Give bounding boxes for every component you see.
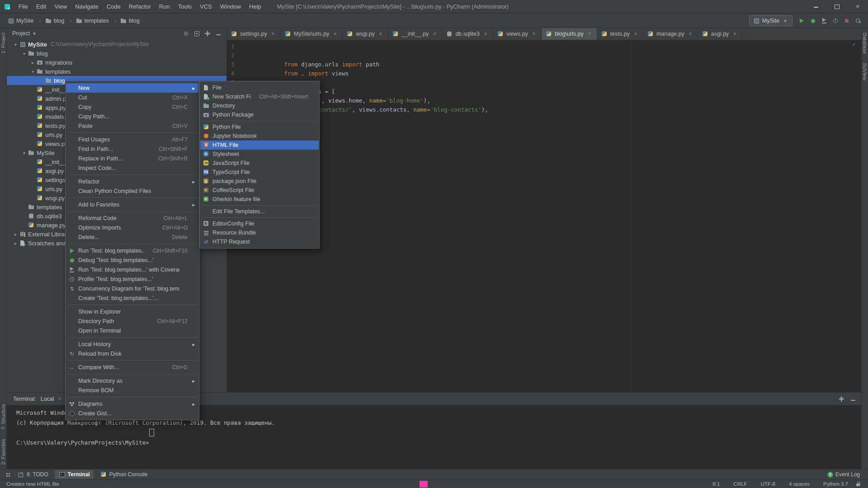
editor-tab[interactable]: manage.py [643,28,698,40]
context-menu-item[interactable]: Paste Ctrl+V [66,121,198,131]
context-menu-item[interactable]: Create 'Test: blog.templates...'... [66,293,198,303]
context-menu-item[interactable]: Replace in Path... Ctrl+Shift+R [66,154,198,163]
locate-file-icon[interactable] [182,30,189,37]
settings-icon[interactable] [204,30,211,37]
submenu-item[interactable]: TypeScript File [200,168,319,177]
context-menu-item[interactable]: Delete... Delete [66,232,198,242]
tool-window-button[interactable]: Terminal [55,470,94,479]
context-menu-item[interactable]: Copy Path... [66,112,198,121]
menu-bar-item[interactable]: Tools [174,0,196,13]
project-panel-title[interactable]: Project [12,30,30,37]
hide-panel-icon[interactable] [215,30,222,37]
close-button[interactable] [847,0,868,13]
stop-icon[interactable] [843,17,850,24]
context-menu-item[interactable]: Mark Directory as [66,376,198,385]
context-menu-item[interactable] [66,242,198,246]
context-menu-item[interactable]: Create Gist... [66,408,198,418]
context-menu-item[interactable] [66,303,198,307]
tree-chevron-icon[interactable] [12,232,19,237]
context-menu-item[interactable] [66,131,198,135]
tree-chevron-icon[interactable] [29,69,36,74]
submenu-item[interactable] [200,204,319,207]
context-menu-item[interactable]: Run 'Test: blog.templates...' Ctrl+Shift… [66,246,198,255]
menu-bar-item[interactable]: File [14,0,32,13]
editor-tab[interactable]: views.py [493,28,542,40]
submenu-item[interactable]: Python Package [200,110,319,119]
tab-close-icon[interactable] [586,30,593,38]
status-widget[interactable]: 4 spaces [789,481,810,487]
context-menu-item[interactable] [66,196,198,200]
context-menu-item[interactable]: Cut Ctrl+X [66,93,198,102]
terminal-tab-local[interactable]: Local [41,395,63,403]
menu-bar-item[interactable]: VCS [196,0,216,13]
run-config-select[interactable]: MySite [749,15,793,26]
search-everywhere-icon[interactable] [854,17,862,24]
context-menu-item[interactable]: Compare With... Ctrl+D [66,362,198,372]
tree-chevron-icon[interactable] [12,241,19,246]
tool-window-stripe-button[interactable]: 2: Favorites [0,439,6,465]
tab-close-icon[interactable] [530,30,538,38]
submenu-item[interactable]: File [200,83,319,92]
context-menu-item[interactable] [66,173,198,177]
maximize-button[interactable] [826,0,847,13]
submenu-item[interactable]: Gherkin feature file [200,195,319,204]
tab-close-icon[interactable] [731,30,738,38]
submenu-item[interactable]: New Scratch File Ctrl+Alt+Shift+Insert [200,92,319,101]
terminal-settings-icon[interactable] [838,395,845,403]
submenu-item[interactable]: Directory [200,101,319,110]
status-widget[interactable]: 8:1 [712,481,720,487]
breadcrumb-item[interactable]: templates [75,17,120,24]
context-menu-item[interactable]: Open in Terminal [66,326,198,335]
breadcrumb-item[interactable]: blog [45,17,75,24]
menu-bar-item[interactable]: Window [216,0,245,13]
tab-close-icon[interactable] [269,30,277,38]
context-menu-item[interactable]: Refactor [66,177,198,186]
menu-bar-item[interactable]: Code [103,0,125,13]
tree-chevron-icon[interactable] [12,42,19,47]
run-icon[interactable] [798,17,805,24]
collapse-all-icon[interactable] [193,30,200,37]
tree-item[interactable]: templates [7,67,226,76]
submenu-item[interactable]: Jupyter Notebook [200,131,319,141]
context-menu-item[interactable]: Remove BOM [66,385,198,395]
context-menu-item[interactable]: Run 'Test: blog.templates...' with Cover… [66,265,198,274]
context-menu-item[interactable] [66,335,198,339]
breadcrumb-item[interactable]: blog [120,17,140,24]
submenu-item[interactable]: CoffeeScript File [200,186,319,195]
breadcrumb-item[interactable]: MySite [7,17,45,24]
menu-bar-item[interactable]: Refactor [125,0,155,13]
context-menu-item[interactable] [66,395,198,399]
tool-window-stripe-button[interactable]: Database [862,33,868,54]
tab-close-icon[interactable] [687,30,694,38]
coverage-icon[interactable] [821,17,828,24]
context-menu-item[interactable]: Find Usages Alt+F7 [66,135,198,144]
submenu-item[interactable]: Stylesheet [200,150,319,159]
context-menu-item[interactable]: Diagrams [66,399,198,408]
editor-tab[interactable]: wsgi.py [343,28,388,40]
tool-window-button[interactable]: Python Console [96,470,151,479]
context-menu-item[interactable]: Local History [66,339,198,349]
editor-tab[interactable]: blog\urls.py [542,28,597,40]
context-menu-item[interactable]: Reformat Code Ctrl+Alt+L [66,213,198,223]
editor-tab[interactable]: settings.py [227,28,281,40]
tree-item[interactable]: blog [7,49,226,58]
tab-close-icon[interactable] [632,30,639,38]
tree-item[interactable]: migrations [7,58,226,67]
status-widget[interactable]: UTF-8 [760,481,775,487]
context-menu-item[interactable]: Clean Python Compiled Files [66,186,198,196]
inspections-ok-icon[interactable] [850,41,858,48]
debug-icon[interactable] [809,17,816,24]
context-menu-item[interactable]: New [66,83,198,93]
submenu-item[interactable] [200,119,319,122]
editor-tab[interactable]: db.sqlite3 [442,28,493,40]
submenu-item[interactable]: Python File [200,122,319,131]
submenu-item[interactable]: HTML File [200,141,319,150]
menu-bar-item[interactable]: Navigate [71,0,102,13]
tool-window-button[interactable]: 6: TODO [14,470,52,479]
context-menu-item[interactable] [66,372,198,376]
tree-chevron-icon[interactable] [29,60,36,65]
hide-terminal-icon[interactable] [849,395,857,403]
context-menu-item[interactable]: Add to Favorites [66,200,198,209]
submenu-item[interactable]: package.json File [200,177,319,186]
tab-close-icon[interactable] [331,30,339,38]
